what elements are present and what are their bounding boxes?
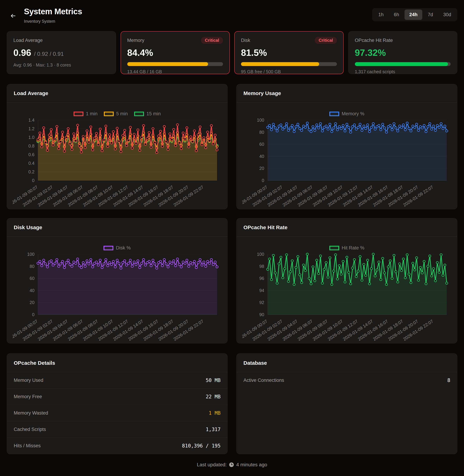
stat-title: Load Average	[13, 38, 43, 43]
time-range-button-6h[interactable]: 6h	[389, 10, 404, 20]
svg-text:40: 40	[29, 288, 35, 293]
svg-text:80: 80	[29, 264, 35, 269]
detail-row-label: Cached Scripts	[14, 427, 46, 432]
legend-swatch	[104, 246, 113, 250]
opcache-progress-track	[355, 62, 451, 66]
legend-item-5-min[interactable]: 5 min	[104, 111, 128, 117]
load-average-suffix: / 0.92 / 0.91	[34, 51, 64, 57]
svg-text:0: 0	[32, 312, 35, 317]
chart-title: OPcache Hit Rate	[243, 224, 450, 230]
load-average-subtext: Avg: 0.96 · Max: 1.3 · 8 cores	[13, 62, 109, 68]
chart-title: Load Average	[14, 90, 221, 96]
svg-text:40: 40	[259, 154, 264, 159]
svg-text:100: 100	[257, 117, 264, 123]
chart-title: Disk Usage	[14, 224, 221, 230]
svg-text:60: 60	[29, 276, 35, 281]
disk-progress-fill	[241, 62, 319, 66]
legend-label: 5 min	[116, 111, 128, 117]
time-range-button-1h[interactable]: 1h	[374, 10, 388, 20]
svg-text:20: 20	[29, 300, 35, 305]
memory-usage-chart: 0204060801002026-01-09 00:072026-01-09 0…	[242, 117, 452, 207]
svg-text:0.8: 0.8	[28, 144, 35, 148]
svg-text:0.6: 0.6	[28, 152, 35, 157]
disk-value: 81.5%	[241, 47, 267, 58]
time-range-button-24h[interactable]: 24h	[405, 10, 422, 20]
legend-swatch	[74, 112, 83, 116]
detail-row-label: Active Connections	[243, 378, 284, 383]
time-range-group: 1h6h24h7d30d	[372, 8, 457, 21]
svg-text:1.4: 1.4	[28, 117, 35, 123]
detail-row-label: Hits / Misses	[14, 443, 41, 448]
legend-item-disk-[interactable]: Disk %	[104, 245, 131, 251]
card-title: Database	[243, 360, 450, 366]
opcache-progress-fill	[355, 62, 448, 66]
chart-title: Memory Usage	[243, 90, 450, 96]
stat-cards-row: Load Average 0.96 / 0.92 / 0.91 Avg: 0.9…	[7, 31, 457, 74]
legend-swatch	[329, 246, 339, 250]
svg-text:92: 92	[259, 300, 264, 305]
page-title: System Metrics	[24, 7, 82, 16]
svg-text:94: 94	[259, 288, 264, 293]
last-updated-time: 4 minutes ago	[236, 462, 267, 467]
status-badge-critical: Critical	[315, 37, 337, 44]
legend-item-15-min[interactable]: 15 min	[134, 111, 161, 117]
svg-text:0: 0	[32, 178, 35, 183]
chart-card-load-average: Load Average 1 min5 min15 min 00.20.40.6…	[7, 84, 228, 209]
detail-row-value: 8	[447, 378, 450, 383]
svg-text:100: 100	[257, 252, 264, 257]
detail-row-label: Memory Used	[14, 378, 43, 383]
last-updated-prefix: Last updated:	[197, 462, 227, 467]
memory-value: 84.4%	[127, 47, 153, 58]
opcache-hit-rate-chart: 90929496981002026-01-09 00:072026-01-09 …	[242, 252, 452, 341]
svg-text:60: 60	[259, 142, 264, 147]
arrow-left-icon	[10, 13, 16, 19]
chart-legend: Memory %	[242, 111, 452, 117]
legend-label: Hit Rate %	[342, 245, 364, 251]
detail-row: Memory Free22 MB	[7, 388, 227, 405]
time-range-button-30d[interactable]: 30d	[438, 10, 456, 20]
detail-row-label: Memory Wasted	[14, 410, 48, 416]
chart-legend: Disk %	[12, 245, 222, 251]
detail-row-value: 22 MB	[206, 394, 221, 400]
detail-row: Active Connections8	[237, 372, 457, 388]
stat-card-load-average: Load Average 0.96 / 0.92 / 0.91 Avg: 0.9…	[7, 31, 116, 74]
stat-title: Memory	[127, 38, 145, 43]
detail-cards-row: OPcache Details Memory Used50 MBMemory F…	[7, 353, 457, 454]
chart-card-memory-usage: Memory Usage Memory % 0204060801002026-0…	[236, 84, 457, 209]
disk-usage-chart: 0204060801002026-01-09 00:072026-01-09 0…	[12, 252, 222, 341]
detail-row: Memory Wasted1 MB	[7, 405, 227, 421]
legend-swatch	[134, 112, 144, 116]
detail-row-value: 50 MB	[206, 378, 221, 383]
legend-item-hit-rate-[interactable]: Hit Rate %	[329, 245, 364, 251]
back-button[interactable]	[8, 11, 18, 21]
last-updated: Last updated: 4 minutes ago	[7, 462, 457, 467]
chart-card-opcache-hit-rate: OPcache Hit Rate Hit Rate % 909294969810…	[236, 218, 457, 343]
legend-swatch	[329, 112, 339, 116]
detail-row-label: Memory Free	[14, 394, 42, 399]
legend-label: Memory %	[342, 111, 364, 117]
time-range-button-7d[interactable]: 7d	[423, 10, 438, 20]
svg-text:100: 100	[27, 252, 35, 257]
svg-text:1.2: 1.2	[28, 126, 35, 131]
chart-legend: Hit Rate %	[242, 245, 452, 251]
opcache-details-rows: Memory Used50 MBMemory Free22 MBMemory W…	[7, 372, 227, 454]
svg-text:96: 96	[259, 276, 264, 281]
stat-card-disk: Disk Critical 81.5% 95 GB free / 500 GB	[234, 31, 344, 74]
database-card: Database Active Connections8	[236, 353, 457, 454]
svg-text:0: 0	[262, 178, 264, 183]
legend-item-1-min[interactable]: 1 min	[74, 111, 97, 117]
opcache-subtext: 1,317 cached scripts	[355, 69, 451, 74]
stat-title: OPcache Hit Rate	[355, 38, 393, 43]
chart-card-disk-usage: Disk Usage Disk % 0204060801002026-01-09…	[7, 218, 228, 343]
opcache-hit-rate-value: 97.32%	[355, 47, 386, 58]
detail-row-value: 1 MB	[209, 410, 221, 416]
detail-row: Memory Used50 MB	[7, 372, 227, 388]
detail-row: Cached Scripts1,317	[7, 421, 227, 437]
card-title: OPcache Details	[14, 360, 221, 366]
charts-grid: Load Average 1 min5 min15 min 00.20.40.6…	[7, 84, 457, 343]
svg-text:80: 80	[259, 130, 264, 135]
legend-label: 1 min	[86, 111, 97, 117]
legend-item-memory-[interactable]: Memory %	[329, 111, 364, 117]
legend-label: Disk %	[116, 245, 131, 251]
page-subtitle: Inventory System	[24, 19, 82, 24]
